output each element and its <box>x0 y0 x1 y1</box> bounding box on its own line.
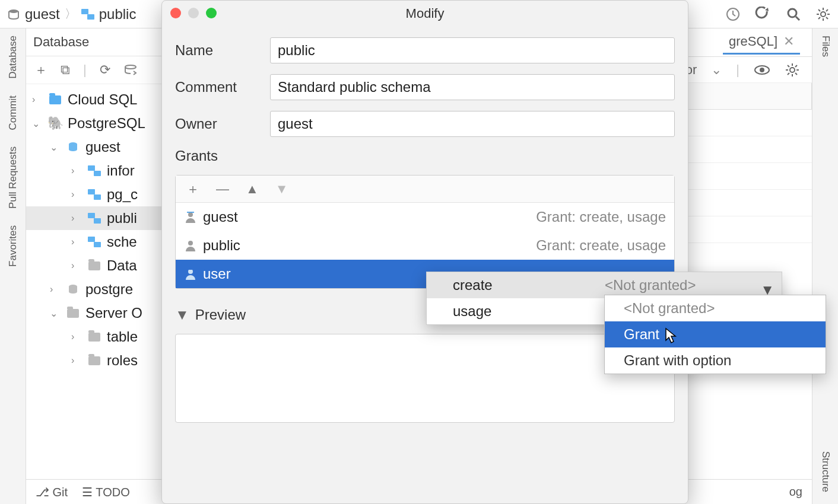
grant-user: public <box>203 237 240 254</box>
folder-icon <box>88 330 101 343</box>
refresh-icon[interactable]: ⟳ <box>100 62 110 78</box>
folder-icon <box>66 307 80 320</box>
comment-input[interactable] <box>270 74 675 100</box>
svg-point-13 <box>188 269 193 274</box>
tree-label: publi <box>107 210 137 227</box>
grant-user: user <box>203 266 231 282</box>
editor-tab-label: greSQL] <box>729 34 777 49</box>
breadcrumb-public[interactable]: public <box>81 6 137 23</box>
chevron-down-icon: ▼ <box>175 307 189 323</box>
grant-row-guest[interactable]: guest Grant: create, usage <box>176 203 674 231</box>
tab-database[interactable]: Database <box>7 36 19 79</box>
permission-name: create <box>427 277 605 294</box>
sync-icon[interactable] <box>123 63 138 76</box>
owner-input[interactable] <box>270 111 675 137</box>
user-icon <box>184 210 197 224</box>
tab-commit[interactable]: Commit <box>7 95 19 130</box>
undo-icon[interactable] <box>755 7 772 22</box>
remove-icon[interactable]: — <box>216 181 229 197</box>
tab-structure-label: Structure <box>820 451 831 492</box>
mouse-cursor-icon <box>665 327 678 344</box>
grant-row-public[interactable]: public Grant: create, usage <box>176 231 674 260</box>
grant-user: guest <box>203 209 238 225</box>
chevron-down-icon[interactable]: ⌄ <box>711 62 722 78</box>
gear-icon[interactable] <box>785 62 800 78</box>
svg-point-2 <box>788 9 796 17</box>
preview-textarea[interactable] <box>175 334 675 423</box>
svg-point-0 <box>9 9 18 13</box>
owner-field-row: Owner <box>175 111 675 137</box>
permission-value-label: <Not granted> <box>605 277 696 293</box>
user-icon <box>184 267 197 280</box>
tab-files[interactable]: Files <box>820 36 831 57</box>
window-controls <box>170 8 217 18</box>
tree-label: PostgreSQL <box>68 115 145 132</box>
breadcrumb-label-1: guest <box>25 6 60 23</box>
tab-pull-requests[interactable]: Pull Requests <box>7 146 19 209</box>
owner-label: Owner <box>175 116 258 132</box>
eye-icon[interactable] <box>754 64 770 76</box>
move-up-icon[interactable]: ▲ <box>246 181 259 197</box>
postgres-icon: 🐘 <box>49 117 62 130</box>
dropdown-item-grant-with-option[interactable]: Grant with option <box>605 347 826 374</box>
search-icon[interactable] <box>786 7 801 22</box>
breadcrumb-label-2: public <box>99 6 137 23</box>
comment-field-row: Comment <box>175 74 675 100</box>
tab-database-label: Database <box>7 36 19 79</box>
tree-label: sche <box>107 234 137 250</box>
tab-files-label: Files <box>820 36 831 57</box>
dropdown-item-grant[interactable]: Grant <box>605 321 826 347</box>
svg-point-12 <box>188 241 193 245</box>
schema-icon <box>81 8 94 21</box>
left-tool-strip: Database Commit Pull Requests Favorites <box>0 28 26 504</box>
add-icon[interactable]: ＋ <box>34 61 47 79</box>
history-icon[interactable] <box>725 7 741 22</box>
separator: | <box>736 62 739 78</box>
tree-label: Server O <box>85 305 142 321</box>
database-icon <box>66 283 80 296</box>
tab-commit-label: Commit <box>7 95 19 130</box>
status-right: og <box>789 485 802 499</box>
name-field-row: Name <box>175 37 675 63</box>
grant-summary: Grant: create, usage <box>536 209 666 225</box>
todo-tab[interactable]: ☰ TODO <box>82 485 130 499</box>
minimize-window-button[interactable] <box>188 8 199 18</box>
database-icon <box>7 8 20 21</box>
tree-label: infor <box>107 162 135 179</box>
copy-icon[interactable]: ⧉ <box>61 62 70 78</box>
dialog-titlebar[interactable]: Modify <box>162 1 688 27</box>
folder-icon <box>49 93 62 106</box>
tree-label: pg_c <box>107 186 138 203</box>
comment-label: Comment <box>175 79 258 95</box>
folder-icon <box>88 259 101 272</box>
schema-icon <box>88 164 101 177</box>
close-icon[interactable]: ✕ <box>783 34 794 49</box>
git-tab[interactable]: ⎇ Git <box>36 485 68 499</box>
zoom-window-button[interactable] <box>206 8 217 18</box>
tab-structure[interactable]: Structure <box>820 451 831 492</box>
editor-tab[interactable]: greSQL] ✕ <box>723 30 800 55</box>
svg-rect-11 <box>187 212 194 213</box>
breadcrumb-guest[interactable]: guest <box>7 6 60 23</box>
name-input[interactable] <box>270 37 675 63</box>
gear-icon[interactable] <box>815 7 831 22</box>
add-icon[interactable]: ＋ <box>186 180 199 198</box>
svg-point-4 <box>125 65 136 69</box>
move-down-icon[interactable]: ▼ <box>275 181 288 197</box>
tree-label: Data <box>107 257 137 274</box>
permission-name: usage <box>427 303 605 320</box>
separator: | <box>83 62 87 78</box>
grants-section-label: Grants <box>175 148 675 164</box>
database-icon <box>66 141 80 154</box>
svg-point-10 <box>188 212 193 217</box>
tab-favorites[interactable]: Favorites <box>7 225 19 267</box>
tree-label: postgre <box>85 281 133 298</box>
close-window-button[interactable] <box>170 8 181 18</box>
schema-icon <box>88 212 101 225</box>
schema-icon <box>88 235 101 248</box>
dropdown-item-not-granted[interactable]: <Not granted> <box>605 295 826 321</box>
todo-label: TODO <box>96 486 129 499</box>
tree-label: roles <box>107 352 138 369</box>
permission-value-select[interactable]: <Not granted> ▼ <box>605 277 782 294</box>
git-label: Git <box>53 486 68 499</box>
